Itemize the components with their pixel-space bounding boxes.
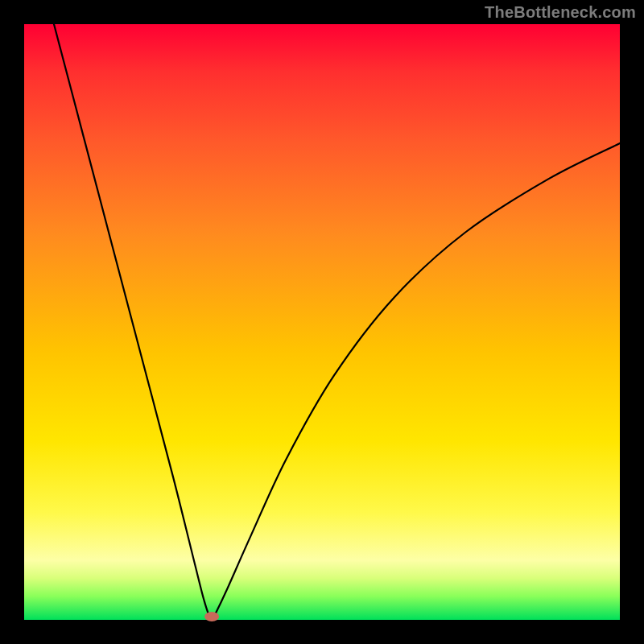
min-point-marker xyxy=(204,612,219,621)
plot-area xyxy=(24,24,620,620)
watermark-label: TheBottleneck.com xyxy=(485,3,636,22)
bottleneck-curve xyxy=(54,24,620,620)
chart-frame: TheBottleneck.com xyxy=(0,0,644,644)
curve-svg xyxy=(24,24,620,620)
